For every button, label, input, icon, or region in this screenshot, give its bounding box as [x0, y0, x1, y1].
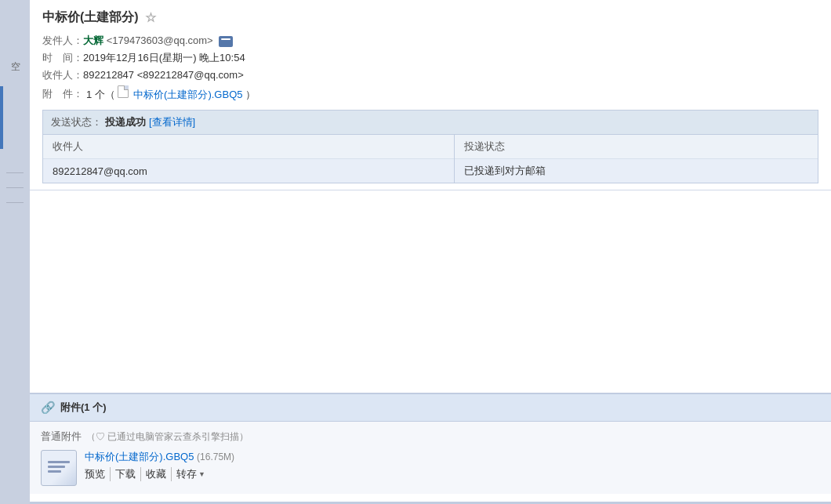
delivery-table-row: 892212847@qq.com 已投递到对方邮箱 [43, 159, 818, 183]
email-subject: 中标价(土建部分) [42, 9, 139, 26]
attachment-size: (16.75M) [197, 451, 234, 462]
delivery-status-label: 发送状态： [51, 115, 102, 129]
attachment-name-row: 中标价(土建部分).GBQ5 (16.75M) [85, 450, 234, 464]
col-status-header: 投递状态 [454, 135, 818, 159]
delivery-table: 收件人 投递状态 892212847@qq.com 已投递到对方邮箱 [43, 135, 818, 183]
recipient-value: 892212847 <892212847@qq.com> [83, 69, 244, 81]
transfer-action[interactable]: 转存 ▼ [172, 467, 210, 481]
attachment-section-header: 🔗 附件(1 个) [30, 394, 831, 422]
normal-attachments-label: 普通附件 （♡ 已通过电脑管家云查杀引擎扫描） [41, 430, 820, 444]
sender-name: 大辉 [83, 34, 103, 46]
recipient-label: 收件人： [42, 68, 83, 82]
sender-value: 大辉 <179473603@qq.com> [83, 34, 233, 48]
attachment-section-title: 附件(1 个) [60, 401, 107, 415]
email-header: 中标价(土建部分) ☆ 发件人： 大辉 <179473603@qq.com> 时… [30, 0, 831, 190]
sidebar-line-1 [6, 172, 24, 173]
delivery-table-header: 收件人 投递状态 [43, 135, 818, 159]
sender-email: <179473603@qq.com> [107, 34, 213, 46]
email-body [30, 190, 831, 393]
chevron-down-icon: ▼ [198, 470, 205, 478]
save-action[interactable]: 收藏 [141, 467, 172, 481]
email-title-row: 中标价(土建部分) ☆ [42, 9, 818, 26]
sidebar-line-2 [6, 187, 24, 188]
file-thumbnail [41, 450, 77, 486]
sidebar-lines [6, 172, 24, 217]
recipient-row: 收件人： 892212847 <892212847@qq.com> [42, 68, 818, 82]
main-content: 中标价(土建部分) ☆ 发件人： 大辉 <179473603@qq.com> 时… [30, 0, 831, 504]
time-value: 2019年12月16日(星期一) 晚上10:54 [83, 51, 245, 65]
attachment-label: 附 件： [42, 87, 83, 101]
contact-card-icon[interactable] [219, 36, 233, 47]
normal-label: 普通附件 [41, 430, 82, 444]
sender-label: 发件人： [42, 34, 83, 48]
delivery-status-section: 发送状态： 投递成功 [查看详情] 收件人 投递状态 892212847@qq.… [42, 110, 818, 183]
recipient-cell: 892212847@qq.com [43, 159, 454, 183]
sidebar-line-3 [6, 202, 24, 203]
delivery-status-value: 投递成功 [105, 115, 146, 129]
download-action[interactable]: 下载 [111, 467, 141, 481]
recipient-email: 892212847@qq.com [53, 165, 147, 177]
left-sidebar: 空 [0, 0, 30, 504]
delivery-status-text: 已投递到对方邮箱 [464, 165, 546, 176]
attachment-actions: 预览 下载 收藏 转存 ▼ [85, 467, 234, 481]
time-label: 时 间： [42, 51, 83, 65]
attachment-close-paren: ） [245, 89, 256, 100]
preview-action[interactable]: 预览 [85, 467, 111, 481]
star-icon[interactable]: ☆ [145, 10, 156, 25]
attachment-item: 中标价(土建部分).GBQ5 (16.75M) 预览 下载 收藏 转存 ▼ [41, 450, 820, 486]
attachment-info: 中标价(土建部分).GBQ5 (16.75M) 预览 下载 收藏 转存 ▼ [85, 450, 234, 481]
col-recipient-header: 收件人 [43, 135, 454, 159]
sender-row: 发件人： 大辉 <179473603@qq.com> [42, 34, 818, 48]
transfer-label: 转存 [176, 467, 197, 481]
time-row: 时 间： 2019年12月16日(星期一) 晚上10:54 [42, 51, 818, 65]
accent-bar [0, 86, 3, 149]
attachment-filename-inline[interactable]: 中标价(土建部分).GBQ5 [133, 89, 242, 100]
attachment-count-text: 1 个（ [86, 89, 115, 100]
file-thumb-line-2 [48, 466, 65, 468]
file-thumb-lines [48, 461, 70, 475]
delivery-detail-link[interactable]: [查看详情] [149, 115, 195, 129]
attachment-count: 1 个（ 中标价(土建部分).GBQ5 ） [86, 85, 256, 102]
attach-file-icon [118, 85, 129, 98]
attachment-row: 附 件： 1 个（ 中标价(土建部分).GBQ5 ） [42, 85, 818, 102]
attachment-body: 普通附件 （♡ 已通过电脑管家云查杀引擎扫描） 中标价(土建部分).G [30, 422, 831, 494]
file-thumb-line-3 [48, 470, 61, 473]
paperclip-icon: 🔗 [41, 401, 56, 415]
file-thumbnail-inner [42, 451, 76, 485]
status-cell: 已投递到对方邮箱 [454, 159, 818, 183]
file-thumb-line-1 [48, 461, 70, 463]
attachment-section: 🔗 附件(1 个) 普通附件 （♡ 已通过电脑管家云查杀引擎扫描） [30, 393, 831, 494]
security-scan-label: （♡ 已通过电脑管家云查杀引擎扫描） [86, 430, 249, 444]
delivery-status-bar: 发送状态： 投递成功 [查看详情] [43, 111, 818, 135]
attachment-filename[interactable]: 中标价(土建部分).GBQ5 [85, 451, 194, 462]
